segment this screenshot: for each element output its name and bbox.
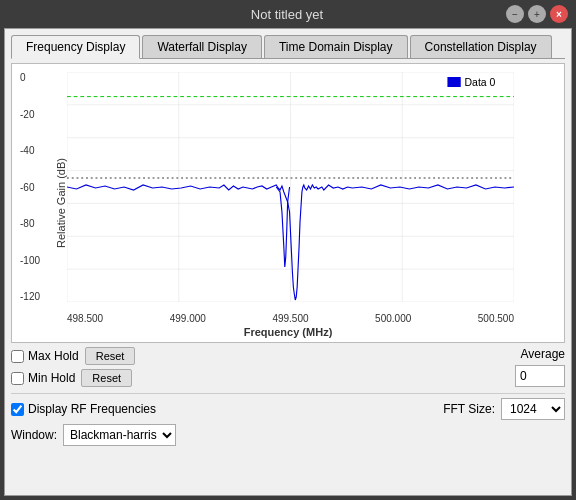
x-tick-labels: 498.500 499.000 499.500 500.000 500.500: [67, 313, 514, 324]
y-tick-1: -20: [20, 109, 40, 120]
min-hold-reset-button[interactable]: Reset: [81, 369, 132, 387]
minimize-button[interactable]: −: [506, 5, 524, 23]
fft-row: FFT Size: 64 128 256 512 1024 2048 4096 …: [443, 398, 565, 420]
tab-time-domain[interactable]: Time Domain Display: [264, 35, 408, 58]
x-tick-3: 500.000: [375, 313, 411, 324]
fft-select[interactable]: 64 128 256 512 1024 2048 4096 8192 16384…: [501, 398, 565, 420]
max-hold-checkbox[interactable]: [11, 350, 24, 363]
fft-label: FFT Size:: [443, 402, 495, 416]
average-row: Average: [521, 347, 565, 361]
tab-waterfall[interactable]: Waterfall Display: [142, 35, 262, 58]
max-hold-reset-button[interactable]: Reset: [85, 347, 136, 365]
max-hold-row: Max Hold Reset: [11, 347, 135, 365]
x-tick-2: 499.500: [272, 313, 308, 324]
right-controls: Average: [515, 347, 565, 387]
main-content: Frequency Display Waterfall Display Time…: [4, 28, 572, 496]
y-tick-0: 0: [20, 72, 40, 83]
tab-bar: Frequency Display Waterfall Display Time…: [11, 35, 565, 59]
title-bar: Not titled yet − + ×: [0, 0, 576, 28]
y-tick-labels: 0 -20 -40 -60 -80 -100 -120: [20, 72, 40, 302]
tab-frequency[interactable]: Frequency Display: [11, 35, 140, 59]
tab-constellation[interactable]: Constellation Display: [410, 35, 552, 58]
y-tick-4: -80: [20, 218, 40, 229]
y-tick-3: -60: [20, 182, 40, 193]
left-controls: Max Hold Reset Min Hold Reset: [11, 347, 135, 387]
display-rf-checkbox[interactable]: [11, 403, 24, 416]
window-label: Window:: [11, 428, 57, 442]
average-input[interactable]: [515, 365, 565, 387]
bottom-controls: Display RF Frequencies FFT Size: 64 128 …: [11, 393, 565, 420]
y-tick-6: -120: [20, 291, 40, 302]
min-hold-row: Min Hold Reset: [11, 369, 135, 387]
y-axis-label: Relative Gain (dB): [55, 158, 67, 248]
window-title: Not titled yet: [68, 7, 506, 22]
chart-container: Relative Gain (dB) 0 -20 -40 -60 -80 -10…: [11, 63, 565, 343]
svg-rect-15: [447, 77, 460, 87]
window-controls: − + ×: [506, 5, 568, 23]
x-tick-0: 498.500: [67, 313, 103, 324]
average-label: Average: [521, 347, 565, 361]
x-axis-label: Frequency (MHz): [244, 326, 333, 338]
svg-text:Data 0: Data 0: [465, 76, 496, 88]
y-tick-2: -40: [20, 145, 40, 156]
min-hold-label: Min Hold: [11, 371, 75, 385]
display-rf-row: Display RF Frequencies: [11, 402, 156, 416]
controls-row: Max Hold Reset Min Hold Reset Average: [11, 347, 565, 387]
maximize-button[interactable]: +: [528, 5, 546, 23]
max-hold-label: Max Hold: [11, 349, 79, 363]
x-tick-1: 499.000: [170, 313, 206, 324]
x-tick-4: 500.500: [478, 313, 514, 324]
display-rf-label: Display RF Frequencies: [11, 402, 156, 416]
average-input-row: [515, 365, 565, 387]
window-row: Window: Blackman-harris Hamming Hanning …: [11, 424, 565, 446]
window-select[interactable]: Blackman-harris Hamming Hanning Blackman…: [63, 424, 176, 446]
chart-svg: Data 0: [67, 72, 514, 302]
close-button[interactable]: ×: [550, 5, 568, 23]
min-hold-checkbox[interactable]: [11, 372, 24, 385]
y-tick-5: -100: [20, 255, 40, 266]
